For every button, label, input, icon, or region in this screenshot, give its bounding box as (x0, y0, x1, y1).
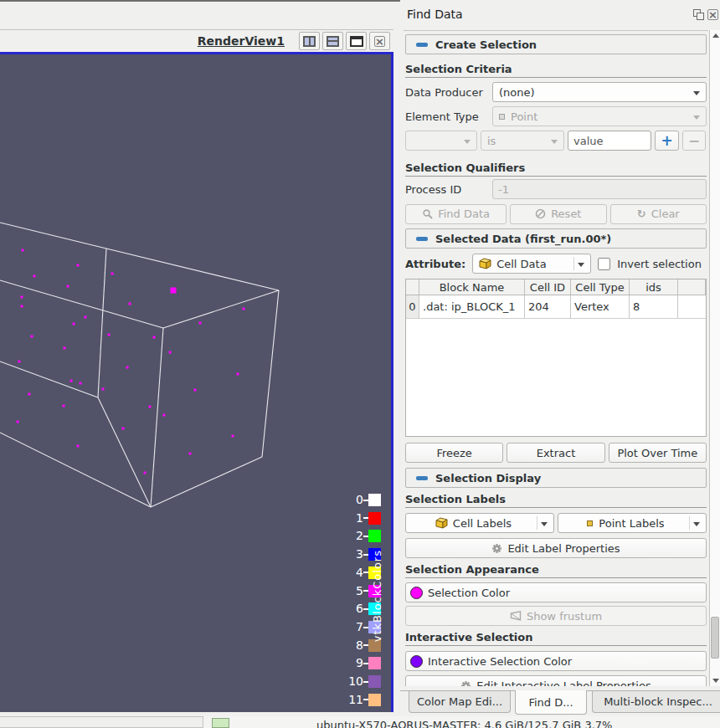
scrollbar-thumb[interactable] (711, 617, 719, 659)
find-data-panel: Find Data × Create Selection Selection C… (400, 0, 720, 716)
labels-row: Cell Labels Point Labels (405, 513, 707, 533)
column-header[interactable]: Block Name (419, 279, 525, 295)
cell-labels-combo[interactable]: Cell Labels (405, 513, 554, 533)
split-horizontal-button[interactable] (299, 32, 320, 50)
slashed-circle-icon (535, 208, 546, 219)
find-data-button: Find Data (405, 204, 507, 224)
invert-selection-checkbox[interactable] (598, 258, 610, 270)
gear-icon (460, 680, 471, 687)
tab-find-data[interactable]: Find D... (515, 690, 587, 715)
scroll-up-button[interactable] (711, 30, 720, 41)
selection-color-button[interactable]: Selection Color (405, 582, 707, 602)
chevron-down-icon (693, 115, 700, 120)
add-criteria-button[interactable]: + (655, 131, 679, 151)
table-row[interactable]: 0 .dat: ip_BLOCK_1 204 Vertex 8 (406, 295, 706, 319)
close-view-button[interactable]: × (369, 32, 390, 50)
tab-color-map-editor[interactable]: Color Map Edi... (409, 691, 511, 713)
attribute-value: Cell Data (496, 258, 546, 270)
chevron-down-icon (541, 522, 548, 526)
legend-entry: 9 (342, 657, 381, 669)
section-title: Create Selection (435, 38, 537, 51)
criteria-field-combo (405, 131, 477, 151)
point-labels-combo[interactable]: Point Labels (558, 513, 707, 533)
legend-label: 0 (342, 494, 363, 506)
point-icon (499, 114, 505, 120)
edit-interactive-label-properties-button[interactable]: Edit Interactive Label Properties (405, 675, 707, 686)
element-type-value: Point (511, 110, 537, 123)
chevron-down-icon (551, 140, 558, 144)
status-text: ubuntu-X570-AORUS-MASTER: 4.6 GiB/125.7 … (316, 719, 612, 728)
panel-scrollbar[interactable] (709, 30, 720, 686)
legend-entry: 0 (342, 494, 381, 506)
column-header[interactable]: ids (630, 279, 678, 295)
legend-label: 10 (342, 675, 363, 688)
legend-label: 11 (342, 694, 363, 706)
remove-criteria-button: − (682, 131, 706, 151)
status-progress-area (0, 716, 203, 728)
plot-over-time-button[interactable]: Plot Over Time (609, 443, 707, 463)
column-header[interactable]: Cell Type (571, 279, 630, 295)
scroll-down-button[interactable] (711, 675, 720, 686)
criteria-operator-combo: is (481, 131, 564, 151)
process-id-row: Process ID (405, 179, 707, 199)
selected-data-table[interactable]: Block Name Cell ID Cell Type ids 0 .dat:… (405, 279, 707, 437)
legend-label: 9 (342, 657, 363, 669)
selection-labels-heading: Selection Labels (405, 493, 707, 508)
data-producer-combo[interactable]: (none) (492, 82, 707, 102)
legend-entry: 2 (342, 530, 381, 542)
arrow-down-icon (712, 679, 719, 683)
selection-actions-row: Freeze Extract Plot Over Time (405, 443, 707, 463)
collapse-dash-icon (416, 476, 428, 480)
panel-content: Create Selection Selection Criteria Data… (404, 30, 708, 686)
freeze-button[interactable]: Freeze (405, 443, 503, 463)
column-header[interactable]: Cell ID (525, 279, 571, 295)
interactive-selection-color-button[interactable]: Interactive Selection Color (405, 651, 707, 671)
legend-label: 5 (342, 585, 363, 597)
criteria-value-input[interactable] (568, 131, 651, 151)
point-labels-icon (587, 520, 593, 526)
selection-display-section[interactable]: Selection Display (405, 468, 707, 488)
selected-data-section[interactable]: Selected Data (first_run.00*) (405, 228, 707, 249)
collapse-dash-icon (416, 237, 428, 241)
legend-swatch (368, 694, 381, 706)
extract-button[interactable]: Extract (507, 443, 604, 463)
tab-multiblock-inspector[interactable]: Multi-block Inspec... (592, 691, 720, 713)
interactive-selection-heading: Interactive Selection (405, 631, 707, 646)
clear-button: ↻ Clear (610, 204, 707, 224)
magnifier-icon (422, 208, 433, 219)
edit-label-properties-button[interactable]: Edit Label Properties (405, 538, 707, 558)
window-edge (0, 0, 400, 2)
panel-title: Find Data (407, 8, 463, 21)
paraview-find-data-window: { "window": { "title": "Find Data" }, "r… (0, 0, 720, 728)
attribute-combo[interactable]: Cell Data (472, 254, 591, 274)
legend-swatch (368, 675, 381, 688)
legend-label: 2 (342, 530, 363, 542)
render-viewport[interactable]: 01234567891011 vtkBlockColors (0, 52, 393, 712)
render-view-title: RenderView1 (198, 34, 285, 48)
legend-label: 3 (342, 548, 363, 561)
attribute-label: Attribute: (405, 258, 465, 270)
collapse-dash-icon (416, 43, 428, 47)
legend-entry: 11 (342, 694, 381, 706)
render-view-header: RenderView1 × (0, 30, 393, 52)
chevron-down-icon (578, 263, 584, 267)
legend-swatch (368, 512, 381, 525)
element-type-label: Element Type (405, 110, 492, 123)
maximize-icon (350, 36, 363, 47)
maximize-view-button[interactable] (346, 32, 367, 50)
legend-entry: 1 (342, 512, 381, 525)
legend-label: 6 (342, 602, 363, 615)
legend-swatch (368, 494, 381, 506)
criteria-term-row: is + − (405, 130, 707, 151)
undock-panel-icon[interactable] (693, 9, 704, 20)
data-producer-value: (none) (499, 86, 535, 99)
invert-selection-label: Invert selection (617, 258, 702, 270)
split-vertical-button[interactable] (322, 32, 343, 50)
gear-icon (491, 543, 502, 554)
data-producer-label: Data Producer (405, 86, 492, 99)
close-panel-icon[interactable]: × (707, 9, 718, 20)
interactive-selection-color-swatch (410, 655, 423, 668)
create-selection-section[interactable]: Create Selection (405, 34, 707, 54)
memory-indicator (212, 718, 229, 728)
legend-label: 7 (342, 621, 363, 633)
